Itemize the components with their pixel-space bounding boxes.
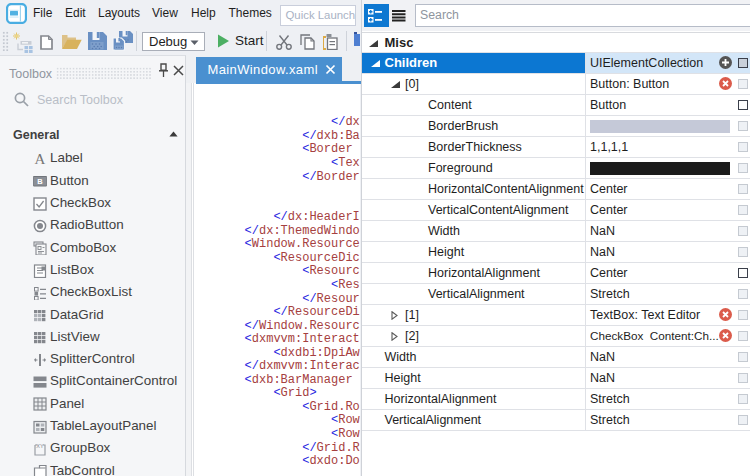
svg-text:B: B [37,177,43,186]
svg-text:A: A [35,152,46,166]
svg-text:XY: XY [36,442,44,448]
